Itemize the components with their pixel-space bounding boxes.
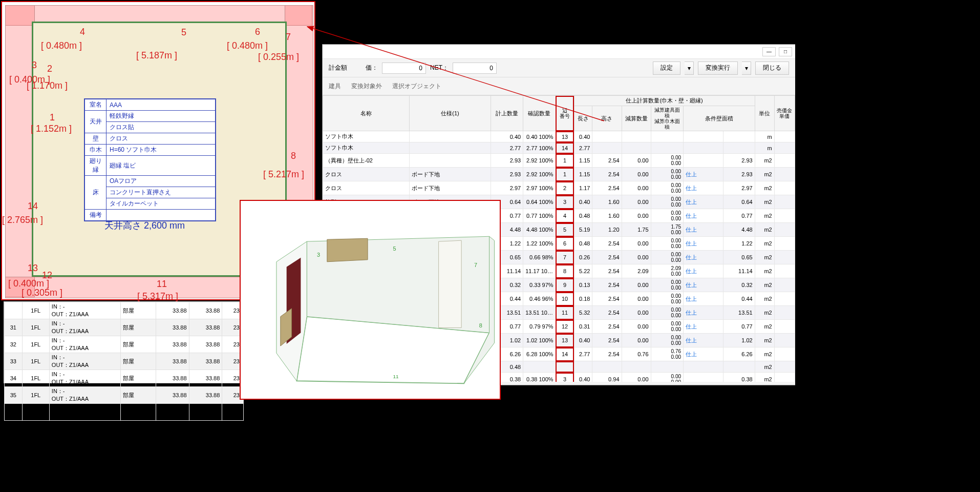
edge-label-3: 3 <box>32 60 37 71</box>
tab-bar: 建具 変換対象外 選択オブジェクト <box>323 77 795 95</box>
dim-7: [ 0.255m ] <box>258 52 299 63</box>
maximize-button[interactable]: □ <box>779 47 792 56</box>
tab-selection[interactable]: 選択オブジェクト <box>392 82 441 91</box>
dim-13: [ 0.400m ] <box>8 278 49 289</box>
dim-11: [ 5.317m ] <box>137 291 178 302</box>
list-item[interactable]: 33 1FL IN：- OUT：Z1/AAA 部屋 33.88 33.88 23… <box>5 353 244 370</box>
col-reduce[interactable]: 減算数量 <box>622 106 651 131</box>
edge-label-14: 14 <box>28 201 38 212</box>
ceiling-height-label: 天井高さ 2,600 mm <box>104 219 185 232</box>
dim-5: [ 5.187m ] <box>136 50 177 61</box>
totals-bar: 計金額 価： NET： 設定 ▾ 変換実行 ▾ 閉じる <box>323 59 795 77</box>
edge-label-2: 2 <box>47 64 52 74</box>
svg-marker-5 <box>327 238 368 262</box>
table-row[interactable]: ソフト巾木 0.400.40 100% 13 0.40 m <box>323 131 795 142</box>
dim-3: [ 1.170m ] <box>27 80 68 91</box>
col-area[interactable]: 減算建具面積減算巾木面積 <box>651 106 683 131</box>
tab-fixture[interactable]: 建具 <box>329 82 341 91</box>
minimize-button[interactable]: — <box>762 47 776 56</box>
dim-6: [ 0.480m ] <box>227 40 268 51</box>
edge-label-4: 4 <box>80 27 85 37</box>
col-spec[interactable]: 仕様(1) <box>410 96 491 131</box>
dim-4: [ 0.480m ] <box>41 40 82 51</box>
svg-text:11: 11 <box>393 374 399 379</box>
dim-8: [ 5.217m ] <box>263 169 304 180</box>
room-info-box: 室名AAA 天井軽鉄野縁 クロス貼 壁クロス 巾木H=60 ソフト巾木 廻り縁廻… <box>84 98 216 221</box>
edge-label-11: 11 <box>157 279 167 290</box>
settings-button[interactable]: 設定 <box>653 61 680 75</box>
edge-label-7: 7 <box>286 32 291 43</box>
lower-summary-table[interactable]: 1FL IN：- OUT：Z1/AAA 部屋 33.88 33.88 23.31… <box>4 301 244 383</box>
edge-label-1: 1 <box>50 112 55 123</box>
table-row[interactable]: クロスボード下地 2.972.97 100% 2 1.172.540.00 0.… <box>323 181 795 195</box>
list-item[interactable]: 35 1FL IN：- OUT：Z1/AAA 部屋 33.88 33.88 23… <box>5 387 244 404</box>
unit-price-label: 価： <box>366 64 378 72</box>
edge-label-8: 8 <box>291 151 296 161</box>
convert-button[interactable]: 変換実行 <box>698 61 738 75</box>
convert-dropdown[interactable]: ▾ <box>742 61 751 75</box>
svg-text:7: 7 <box>474 262 477 268</box>
col-conf[interactable]: 確認数量 <box>523 96 556 131</box>
dim-1: [ 1.152m ] <box>31 124 72 134</box>
col-sale[interactable]: 売価金単価 <box>774 96 795 131</box>
table-row[interactable]: ソフト巾木 2.772.77 100% 14 2.77 m <box>323 142 795 154</box>
list-item[interactable]: 31 1FL IN：- OUT：Z1/AAA 部屋 33.88 33.88 23… <box>5 319 244 336</box>
net-label: NET： <box>430 64 449 72</box>
edge-label-13: 13 <box>28 263 38 274</box>
list-item[interactable]: 32 1FL IN：- OUT：Z1/AAA 部屋 33.88 33.88 23… <box>5 336 244 353</box>
col-group[interactable]: 仕上計算数量(巾木・壁・廻縁) <box>574 96 755 106</box>
table-row[interactable]: （異種）壁仕上-02 2.932.92 100% 1 1.152.540.00 … <box>323 154 795 168</box>
edge-label-6: 6 <box>255 27 260 37</box>
col-length[interactable]: 長さ <box>574 106 592 131</box>
col-side-no[interactable]: 辺番号 <box>556 96 574 131</box>
svg-text:3: 3 <box>317 252 320 258</box>
svg-marker-6 <box>439 240 462 327</box>
col-unit[interactable]: 単位 <box>755 96 774 131</box>
tab-exclude[interactable]: 変換対象外 <box>351 82 382 91</box>
title-bar: — □ <box>323 45 795 59</box>
dim-12: [ 0.305m ] <box>22 288 62 298</box>
svg-text:5: 5 <box>393 245 396 252</box>
list-item[interactable]: 1FL IN：- OUT：Z1/AAA 部屋 33.88 33.88 23. <box>5 302 244 319</box>
list-item[interactable]: 36 1FL IN：- OUT：Z1/AAA 部屋 33.88 33.88 23… <box>5 404 244 421</box>
net-input[interactable] <box>453 63 497 74</box>
total-amount-label: 計金額 <box>329 64 347 72</box>
unit-price-input[interactable] <box>382 63 426 74</box>
svg-text:8: 8 <box>479 322 482 329</box>
edge-label-5: 5 <box>181 27 186 38</box>
col-height[interactable]: 高さ <box>592 106 622 131</box>
list-item[interactable]: 34 1FL IN：- OUT：Z1/AAA 部屋 33.88 33.88 23… <box>5 370 244 387</box>
3d-view-panel[interactable]: 3 5 7 8 11 <box>240 200 501 400</box>
close-button[interactable]: 閉じる <box>755 61 789 75</box>
dim-14: [ 2.765m ] <box>2 215 43 225</box>
settings-dropdown[interactable]: ▾ <box>685 61 694 75</box>
col-cond[interactable]: 条件壁面積 <box>684 106 755 131</box>
col-name[interactable]: 名称 <box>323 96 410 131</box>
col-qty[interactable]: 計上数量 <box>491 96 523 131</box>
table-row[interactable]: クロスボード下地 2.932.92 100% 1 1.152.540.00 0.… <box>323 168 795 181</box>
